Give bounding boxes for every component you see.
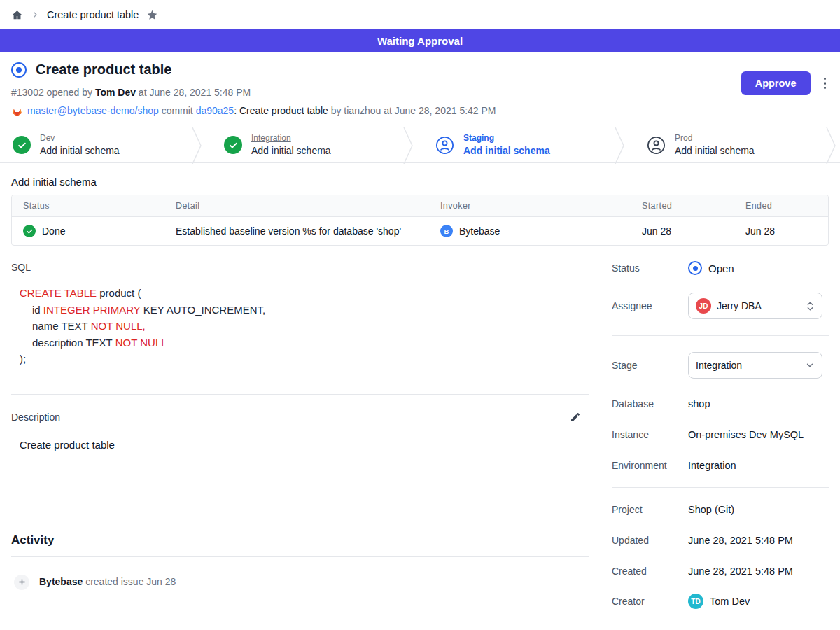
- assignee-avatar: JD: [696, 298, 711, 314]
- status-value: Open: [708, 262, 734, 274]
- breadcrumb: Create product table: [0, 0, 840, 29]
- stage-task: Add initial schema: [40, 144, 120, 158]
- branch-repo-link[interactable]: master@bytebase-demo/shop: [27, 105, 159, 116]
- database-value: shop: [688, 398, 710, 410]
- description-content: Create product table: [20, 439, 589, 451]
- task-table: Status Detail Invoker Started Ended Done…: [11, 195, 829, 246]
- stage-task: Add initial schema: [675, 144, 755, 158]
- commit-word: commit: [159, 105, 196, 116]
- created-value: June 28, 2021 5:48 PM: [688, 566, 793, 577]
- sql-token: name TEXT: [32, 320, 91, 332]
- database-label: Database: [612, 398, 688, 410]
- activity-actor: Bytebase: [39, 576, 83, 587]
- issue-meta: #13002 opened by Tom Dev at June 28, 202…: [11, 87, 829, 98]
- activity-divider: [11, 556, 589, 557]
- status-label: Status: [612, 262, 688, 274]
- column-header-ended: Ended: [734, 195, 828, 216]
- issue-detail-panel: SQL CREATE TABLE product (id INTEGER PRI…: [0, 246, 601, 630]
- sql-code-block: CREATE TABLE product (id INTEGER PRIMARY…: [20, 285, 589, 368]
- assignee-value: Jerry DBA: [717, 300, 800, 312]
- sql-token: NOT NULL: [115, 337, 167, 349]
- updated-value: June 28, 2021 5:48 PM: [688, 535, 793, 546]
- updated-label: Updated: [612, 535, 688, 546]
- commit-line: master@bytebase-demo/shop commit da90a25…: [11, 105, 829, 117]
- task-ended: Jun 28: [746, 225, 775, 237]
- activity-item: Bytebase created issue Jun 28: [11, 575, 589, 590]
- stage-label: Stage: [612, 360, 688, 371]
- sql-token: description TEXT: [32, 337, 115, 349]
- stage-done-icon: [13, 136, 31, 154]
- stage-value: Integration: [696, 360, 799, 371]
- stage-separator: [615, 127, 629, 162]
- issue-sidebar: Status Open Assignee JD Jerry DBA Stage …: [601, 246, 840, 630]
- stage-select[interactable]: Integration: [688, 352, 822, 379]
- created-label: Created: [612, 566, 688, 577]
- section-divider: [11, 394, 589, 395]
- updown-chevron-icon: [806, 301, 815, 312]
- task-done-icon: [23, 225, 36, 237]
- sql-token: id: [32, 304, 43, 316]
- pipeline-stage-prod[interactable]: Prod Add initial schema: [629, 127, 826, 162]
- issue-title: Create product table: [36, 62, 172, 78]
- stage-name: Staging: [463, 132, 550, 144]
- commit-colon: :: [234, 105, 239, 116]
- approval-banner: Waiting Approval: [0, 29, 840, 52]
- column-header-detail: Detail: [164, 195, 429, 216]
- environment-value: Integration: [688, 460, 736, 471]
- sql-token: CREATE TABLE: [20, 287, 97, 299]
- issue-meta-suffix: at June 28, 2021 5:48 PM: [136, 87, 251, 98]
- invoker-avatar: B: [440, 225, 453, 237]
- sql-token: INTEGER PRIMARY: [43, 304, 141, 316]
- assignee-select[interactable]: JD Jerry DBA: [688, 293, 822, 319]
- commit-hash-link[interactable]: da90a25: [196, 105, 234, 116]
- task-detail: Established baseline version %s for data…: [176, 225, 401, 237]
- gitlab-icon: [11, 106, 23, 117]
- chevron-right-icon: [31, 10, 39, 19]
- column-header-started: Started: [631, 195, 734, 216]
- plus-icon: [14, 575, 29, 590]
- instance-value: On-premises Dev MySQL: [688, 429, 804, 440]
- stage-name: Dev: [40, 132, 120, 144]
- stage-separator: [403, 127, 417, 162]
- issue-header: Create product table Approve #13002 open…: [0, 52, 840, 127]
- sql-token: KEY AUTO_INCREMENT,: [140, 304, 265, 316]
- sql-token: product (: [97, 287, 141, 299]
- stage-name: Prod: [675, 132, 755, 144]
- kebab-menu-icon[interactable]: [821, 75, 830, 92]
- project-label: Project: [612, 504, 688, 515]
- approve-button[interactable]: Approve: [741, 71, 811, 95]
- task-section: Add initial schema Status Detail Invoker…: [0, 163, 840, 246]
- instance-label: Instance: [612, 429, 688, 440]
- task-status: Done: [42, 225, 65, 237]
- column-header-status: Status: [12, 195, 164, 216]
- task-started: Jun 28: [642, 225, 671, 237]
- activity-title: Activity: [11, 533, 589, 547]
- status-open-icon: [688, 261, 702, 275]
- environment-label: Environment: [612, 460, 688, 471]
- pipeline-stage-staging[interactable]: Staging Add initial schema: [417, 127, 615, 162]
- home-icon[interactable]: [11, 9, 23, 21]
- creator-avatar: TD: [688, 594, 704, 609]
- stage-pending-icon: [647, 136, 666, 155]
- pipeline-stage-dev[interactable]: Dev Add initial schema: [0, 127, 192, 162]
- task-section-title: Add initial schema: [11, 176, 829, 188]
- stage-pending-approval-icon: [435, 136, 454, 155]
- sidebar-divider: [612, 335, 829, 336]
- sidebar-divider: [612, 487, 829, 488]
- star-icon[interactable]: [146, 9, 158, 21]
- assignee-label: Assignee: [612, 300, 688, 312]
- edit-description-icon[interactable]: [568, 410, 582, 424]
- sql-token: );: [20, 353, 26, 365]
- issue-meta-prefix: #13002 opened by: [11, 87, 95, 98]
- stage-separator: [826, 127, 840, 162]
- breadcrumb-page-title: Create product table: [47, 9, 139, 20]
- stage-done-icon: [224, 136, 242, 154]
- stage-separator: [192, 127, 206, 162]
- chevron-down-icon: [805, 360, 815, 370]
- issue-author: Tom Dev: [95, 87, 136, 98]
- stage-name: Integration: [251, 132, 331, 144]
- creator-label: Creator: [612, 596, 688, 607]
- pipeline-stage-integration[interactable]: Integration Add initial schema: [206, 127, 403, 162]
- commit-message: Create product table: [239, 105, 328, 116]
- issue-open-icon: [11, 62, 27, 78]
